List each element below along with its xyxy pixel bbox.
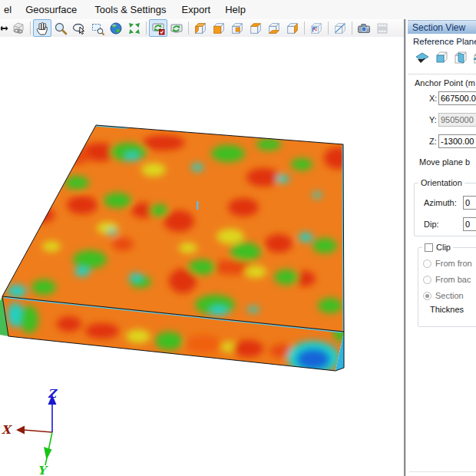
auto-refresh-icon[interactable]	[149, 19, 167, 37]
viewport-3d[interactable]: X Z Y	[0, 37, 405, 476]
refresh-icon[interactable]	[167, 19, 186, 37]
azimuth-label: Azimuth:	[424, 198, 457, 207]
plane-yz-icon[interactable]	[471, 49, 476, 66]
toolbar-separator	[352, 21, 352, 35]
dip-label: Dip:	[424, 220, 439, 229]
fit-view-icon[interactable]	[125, 19, 144, 37]
globe-icon[interactable]	[107, 19, 125, 37]
z-input[interactable]	[438, 134, 476, 148]
plane-xy-icon[interactable]	[433, 49, 450, 66]
toolbar	[0, 19, 405, 38]
x-label: X:	[429, 94, 437, 103]
view-cube-bottom-icon[interactable]	[265, 19, 283, 37]
toolbar-separator	[328, 21, 329, 35]
panel-splitter-edge	[405, 19, 406, 476]
slab-top-face	[2, 125, 352, 332]
menu-item-tools-settings[interactable]: Tools & Settings	[93, 2, 167, 18]
from-back-label: From bac	[435, 275, 471, 284]
azimuth-input[interactable]	[463, 196, 476, 210]
reference-plane-label: Reference Plane	[413, 37, 476, 46]
anchor-point-label: Anchor Point (m	[415, 78, 475, 88]
plot-cube-icon[interactable]	[307, 19, 326, 37]
orientation-label: Orientation	[418, 178, 464, 187]
axis-z-label: Z	[48, 387, 58, 401]
z-label: Z:	[429, 137, 437, 146]
menu-item-export[interactable]: Export	[180, 2, 213, 18]
lasso-select-icon[interactable]	[70, 19, 88, 37]
movie-icon[interactable]	[373, 19, 392, 37]
move-plane-label: Move plane b	[419, 157, 470, 167]
toolbar-separator	[146, 21, 147, 35]
plane-xz-icon[interactable]	[452, 49, 469, 66]
clip-label: Clip	[436, 243, 451, 252]
clip-checkbox[interactable]	[425, 243, 433, 252]
view-cube-right-icon[interactable]	[283, 19, 302, 37]
anchor-point-marker	[197, 201, 199, 210]
axis-x-label: X	[2, 423, 12, 437]
view-cube-left-icon[interactable]	[191, 19, 210, 37]
panel-bottom-border	[409, 471, 476, 472]
plane-free-icon[interactable]	[414, 49, 431, 66]
y-input	[438, 113, 476, 127]
menu-item-el[interactable]: el	[2, 2, 13, 18]
panel-title: Section View	[408, 20, 476, 34]
pan-tool-icon[interactable]	[33, 19, 51, 37]
from-front-label: From fron	[435, 259, 472, 268]
menu-item-help[interactable]: Help	[223, 2, 247, 18]
view-cube-inner-icon[interactable]	[228, 19, 246, 37]
section-label: Section	[435, 291, 464, 300]
axis-triad: X Z Y	[2, 387, 58, 476]
toolbar-separator	[30, 21, 31, 35]
x-input[interactable]	[438, 91, 476, 105]
menu-bar: el Geosurface Tools & Settings Export He…	[0, 0, 476, 19]
view-cube-front-icon[interactable]	[210, 19, 228, 37]
snapshot-icon[interactable]	[355, 19, 373, 37]
y-label: Y:	[429, 115, 437, 124]
toolbar-separator	[188, 21, 189, 35]
reference-plane-toolbar	[414, 49, 476, 66]
axis-y-label: Y	[38, 464, 48, 476]
panel-divider	[408, 74, 476, 74]
toolbar-separator	[304, 21, 305, 35]
link-views-icon[interactable]	[9, 19, 28, 37]
thickness-label: Thicknes	[430, 305, 464, 314]
clip-legend: Clip	[422, 243, 453, 252]
from-front-radio	[423, 259, 431, 268]
move-tool-icon[interactable]	[0, 19, 9, 37]
zoom-tool-icon[interactable]	[51, 19, 70, 37]
menu-item-geosurface[interactable]: Geosurface	[24, 2, 78, 18]
section-view-panel: Section View Reference Plane	[408, 20, 476, 476]
zoom-window-icon[interactable]	[88, 19, 107, 37]
model-scene: X Z Y	[0, 37, 405, 476]
view-cube-top-icon[interactable]	[246, 19, 265, 37]
section-radio	[423, 292, 431, 300]
from-back-radio	[423, 276, 431, 284]
dip-input[interactable]	[463, 217, 476, 231]
section-cube-icon[interactable]	[331, 19, 349, 37]
